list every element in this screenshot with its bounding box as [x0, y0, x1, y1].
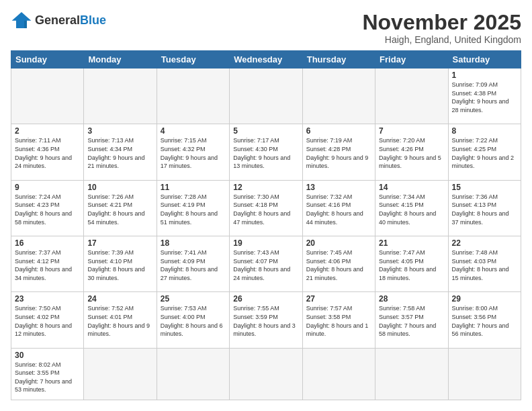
day-number: 23 [15, 294, 80, 304]
calendar-cell: 22Sunrise: 7:48 AM Sunset: 4:03 PM Dayli… [448, 236, 521, 292]
day-info: Sunrise: 7:13 AM Sunset: 4:34 PM Dayligh… [87, 136, 152, 170]
day-number: 6 [306, 126, 371, 136]
day-info: Sunrise: 7:57 AM Sunset: 3:58 PM Dayligh… [306, 304, 371, 338]
day-info: Sunrise: 8:02 AM Sunset: 3:55 PM Dayligh… [15, 361, 80, 394]
day-number: 3 [87, 126, 152, 136]
day-info: Sunrise: 7:39 AM Sunset: 4:10 PM Dayligh… [87, 248, 152, 282]
calendar-cell [157, 348, 229, 400]
logo: GeneralBlue [11, 11, 106, 30]
day-number: 13 [306, 183, 371, 192]
calendar-cell: 14Sunrise: 7:34 AM Sunset: 4:15 PM Dayli… [375, 180, 448, 236]
day-info: Sunrise: 7:11 AM Sunset: 4:36 PM Dayligh… [15, 136, 80, 170]
header: GeneralBlue November 2025 Haigh, England… [11, 11, 521, 45]
header-saturday: Saturday [448, 51, 521, 68]
day-number: 25 [161, 294, 226, 304]
day-number: 4 [161, 126, 226, 136]
calendar-cell [230, 348, 302, 400]
month-title: November 2025 [362, 11, 521, 34]
calendar-cell: 6Sunrise: 7:19 AM Sunset: 4:28 PM Daylig… [302, 124, 375, 180]
day-info: Sunrise: 7:15 AM Sunset: 4:32 PM Dayligh… [161, 136, 226, 170]
header-friday: Friday [375, 51, 448, 68]
day-info: Sunrise: 7:20 AM Sunset: 4:26 PM Dayligh… [379, 136, 444, 170]
day-info: Sunrise: 7:48 AM Sunset: 4:03 PM Dayligh… [452, 248, 517, 282]
day-info: Sunrise: 7:47 AM Sunset: 4:05 PM Dayligh… [379, 248, 444, 282]
day-number: 22 [452, 238, 517, 248]
page: GeneralBlue November 2025 Haigh, England… [0, 0, 532, 411]
calendar-cell [84, 68, 157, 124]
calendar-cell [84, 348, 157, 400]
day-number: 26 [233, 294, 298, 304]
logo-text: GeneralBlue [35, 13, 106, 28]
day-info: Sunrise: 7:55 AM Sunset: 3:59 PM Dayligh… [233, 304, 298, 338]
calendar-cell: 5Sunrise: 7:17 AM Sunset: 4:30 PM Daylig… [230, 124, 302, 180]
day-number: 20 [306, 238, 371, 248]
calendar-cell [11, 68, 84, 124]
calendar-cell: 17Sunrise: 7:39 AM Sunset: 4:10 PM Dayli… [84, 236, 157, 292]
header-tuesday: Tuesday [157, 51, 229, 68]
calendar-cell: 7Sunrise: 7:20 AM Sunset: 4:26 PM Daylig… [375, 124, 448, 180]
calendar-cell [302, 348, 375, 400]
calendar-cell: 23Sunrise: 7:50 AM Sunset: 4:02 PM Dayli… [11, 292, 84, 348]
day-info: Sunrise: 7:37 AM Sunset: 4:12 PM Dayligh… [15, 248, 80, 282]
day-info: Sunrise: 8:00 AM Sunset: 3:56 PM Dayligh… [452, 304, 517, 338]
day-number: 12 [233, 183, 298, 192]
day-number: 2 [15, 126, 80, 136]
calendar-cell: 13Sunrise: 7:32 AM Sunset: 4:16 PM Dayli… [302, 180, 375, 236]
day-info: Sunrise: 7:24 AM Sunset: 4:23 PM Dayligh… [15, 193, 80, 226]
day-number: 15 [452, 183, 517, 192]
calendar-cell [157, 68, 229, 124]
day-info: Sunrise: 7:53 AM Sunset: 4:00 PM Dayligh… [161, 304, 226, 338]
calendar-cell: 12Sunrise: 7:30 AM Sunset: 4:18 PM Dayli… [230, 180, 302, 236]
day-info: Sunrise: 7:45 AM Sunset: 4:06 PM Dayligh… [306, 248, 371, 282]
day-number: 30 [15, 351, 80, 360]
day-number: 27 [306, 294, 371, 304]
day-number: 5 [233, 126, 298, 136]
day-number: 14 [379, 183, 444, 192]
calendar-cell [375, 348, 448, 400]
day-number: 16 [15, 238, 80, 248]
calendar-cell: 3Sunrise: 7:13 AM Sunset: 4:34 PM Daylig… [84, 124, 157, 180]
day-info: Sunrise: 7:50 AM Sunset: 4:02 PM Dayligh… [15, 304, 80, 338]
day-info: Sunrise: 7:43 AM Sunset: 4:07 PM Dayligh… [233, 248, 298, 282]
header-wednesday: Wednesday [230, 51, 302, 68]
calendar-cell: 24Sunrise: 7:52 AM Sunset: 4:01 PM Dayli… [84, 292, 157, 348]
location: Haigh, England, United Kingdom [362, 34, 521, 45]
day-number: 28 [379, 294, 444, 304]
day-info: Sunrise: 7:36 AM Sunset: 4:13 PM Dayligh… [452, 193, 517, 226]
day-info: Sunrise: 7:34 AM Sunset: 4:15 PM Dayligh… [379, 193, 444, 226]
calendar-header-row: Sunday Monday Tuesday Wednesday Thursday… [11, 51, 521, 68]
calendar-cell: 2Sunrise: 7:11 AM Sunset: 4:36 PM Daylig… [11, 124, 84, 180]
calendar-cell: 11Sunrise: 7:28 AM Sunset: 4:19 PM Dayli… [157, 180, 229, 236]
calendar-cell [375, 68, 448, 124]
calendar-cell: 18Sunrise: 7:41 AM Sunset: 4:09 PM Dayli… [157, 236, 229, 292]
calendar-cell: 30Sunrise: 8:02 AM Sunset: 3:55 PM Dayli… [11, 348, 84, 400]
day-number: 29 [452, 294, 517, 304]
calendar-cell: 26Sunrise: 7:55 AM Sunset: 3:59 PM Dayli… [230, 292, 302, 348]
title-block: November 2025 Haigh, England, United Kin… [362, 11, 521, 45]
day-number: 10 [87, 183, 152, 192]
day-info: Sunrise: 7:58 AM Sunset: 3:57 PM Dayligh… [379, 304, 444, 338]
day-number: 17 [87, 238, 152, 248]
calendar-cell: 9Sunrise: 7:24 AM Sunset: 4:23 PM Daylig… [11, 180, 84, 236]
header-sunday: Sunday [11, 51, 84, 68]
calendar-cell [230, 68, 302, 124]
calendar-cell: 28Sunrise: 7:58 AM Sunset: 3:57 PM Dayli… [375, 292, 448, 348]
day-info: Sunrise: 7:52 AM Sunset: 4:01 PM Dayligh… [87, 304, 152, 338]
day-info: Sunrise: 7:32 AM Sunset: 4:16 PM Dayligh… [306, 193, 371, 226]
calendar-cell: 25Sunrise: 7:53 AM Sunset: 4:00 PM Dayli… [157, 292, 229, 348]
svg-marker-0 [12, 12, 32, 28]
day-number: 7 [379, 126, 444, 136]
calendar-cell: 19Sunrise: 7:43 AM Sunset: 4:07 PM Dayli… [230, 236, 302, 292]
calendar-cell: 20Sunrise: 7:45 AM Sunset: 4:06 PM Dayli… [302, 236, 375, 292]
calendar-cell: 21Sunrise: 7:47 AM Sunset: 4:05 PM Dayli… [375, 236, 448, 292]
header-thursday: Thursday [302, 51, 375, 68]
calendar-cell: 4Sunrise: 7:15 AM Sunset: 4:32 PM Daylig… [157, 124, 229, 180]
calendar-cell [302, 68, 375, 124]
day-number: 8 [452, 126, 517, 136]
calendar-cell: 1Sunrise: 7:09 AM Sunset: 4:38 PM Daylig… [448, 68, 521, 124]
calendar-table: Sunday Monday Tuesday Wednesday Thursday… [11, 50, 521, 400]
day-number: 24 [87, 294, 152, 304]
calendar-cell: 29Sunrise: 8:00 AM Sunset: 3:56 PM Dayli… [448, 292, 521, 348]
day-number: 18 [161, 238, 226, 248]
day-info: Sunrise: 7:30 AM Sunset: 4:18 PM Dayligh… [233, 193, 298, 226]
